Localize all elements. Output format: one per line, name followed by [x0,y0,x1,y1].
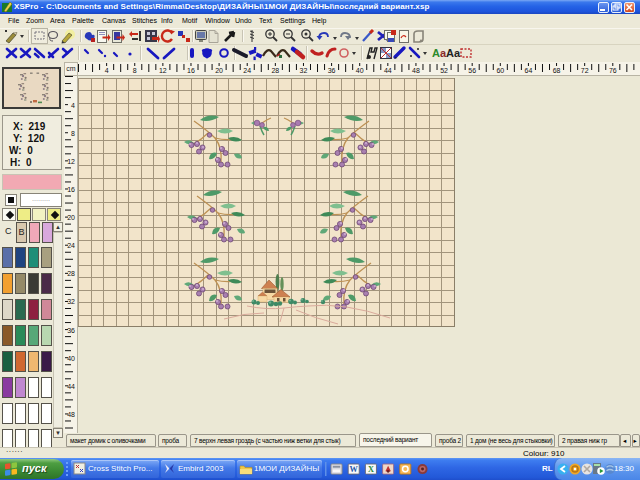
svg-text:48: 48 [67,411,75,418]
svg-text:56: 56 [468,67,476,74]
svg-text:12: 12 [159,67,167,74]
svg-text:72: 72 [581,67,589,74]
svg-text:40: 40 [67,355,75,362]
svg-text:48: 48 [412,67,420,74]
svg-text:12: 12 [67,158,75,165]
svg-text:24: 24 [67,242,75,249]
svg-text:32: 32 [67,298,75,305]
svg-text:24: 24 [243,67,251,74]
svg-text:40: 40 [356,67,364,74]
svg-text:8: 8 [71,130,75,137]
svg-text:Aa: Aa [446,47,461,59]
svg-text:32: 32 [300,67,308,74]
svg-text:28: 28 [271,67,279,74]
svg-text:52: 52 [440,67,448,74]
svg-text:20: 20 [67,214,75,221]
svg-text:64: 64 [525,67,533,74]
svg-text:4: 4 [71,102,75,109]
svg-text:76: 76 [609,67,617,74]
svg-text:36: 36 [67,327,75,334]
svg-text:68: 68 [553,67,561,74]
svg-text:8: 8 [133,67,137,74]
svg-text:20: 20 [215,67,223,74]
svg-text:16: 16 [187,67,195,74]
svg-text:16: 16 [67,186,75,193]
svg-text:X: X [368,465,374,474]
svg-text:W: W [350,465,359,474]
svg-text:44: 44 [384,67,392,74]
svg-text:Aa: Aa [432,47,447,59]
svg-text:4: 4 [105,67,109,74]
svg-text:60: 60 [496,67,504,74]
svg-text:36: 36 [328,67,336,74]
svg-text:44: 44 [67,383,75,390]
svg-text:28: 28 [67,270,75,277]
